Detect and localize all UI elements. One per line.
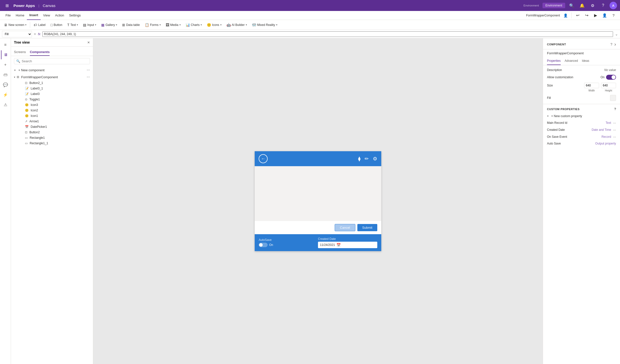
tree-item-datepicker1[interactable]: 📅 DatePicker1 — [11, 124, 93, 130]
media-button[interactable]: 🖼 Media ▾ — [164, 22, 183, 28]
icon3-tree-icon: 🙂 — [25, 103, 29, 107]
share-button[interactable]: 👤 — [601, 12, 608, 19]
data-table-button[interactable]: ⊞ Data table — [120, 22, 142, 28]
search-icon: 🔍 — [16, 59, 20, 63]
sidebar-close-icon[interactable]: ✕ — [87, 41, 90, 44]
avatar[interactable]: A — [610, 2, 617, 9]
environment-selector[interactable]: Environment — [542, 3, 565, 8]
rail-warning-icon[interactable]: ⚠ — [1, 100, 10, 109]
custom-prop-main-record-id: Main Record Id Text ··· — [543, 119, 620, 126]
ai-builder-button[interactable]: 🤖 AI Builder ▾ — [225, 22, 249, 28]
property-selector[interactable]: Fill — [2, 31, 32, 37]
icons-button[interactable]: 🙂 Icons ▾ — [205, 22, 224, 28]
panel-help-icon[interactable]: ? — [611, 42, 613, 46]
height-input[interactable] — [601, 83, 616, 88]
menu-view[interactable]: View — [41, 11, 53, 20]
new-screen-button[interactable]: 🖥 New screen ▾ — [2, 22, 28, 28]
autosave-toggle[interactable] — [259, 243, 268, 247]
settings-icon[interactable]: ⚙ — [589, 1, 597, 9]
tab-screens[interactable]: Screens — [14, 49, 26, 56]
undo-button[interactable]: ↩ — [574, 12, 581, 19]
search-icon[interactable]: 🔍 — [568, 1, 576, 9]
menu-insert[interactable]: Insert — [27, 11, 41, 20]
tree-item-icon2[interactable]: 🙂 Icon2 — [11, 108, 93, 113]
tab-components[interactable]: Components — [30, 49, 50, 56]
menu-home[interactable]: Home — [13, 11, 27, 20]
fill-swatch[interactable] — [610, 95, 616, 101]
formula-expand-icon[interactable]: ⌄ — [615, 32, 618, 36]
component-settings-icon[interactable]: ⚙ — [373, 156, 377, 162]
charts-chevron: ▾ — [201, 23, 202, 26]
tree-item-toggle1[interactable]: ⊙ Toggle1 — [11, 97, 93, 102]
rail-screen-icon[interactable]: 🖥 — [1, 50, 10, 59]
waffle-icon[interactable]: ⊞ — [3, 1, 11, 9]
icons-icon: 🙂 — [207, 23, 211, 27]
main-record-id-more[interactable]: ··· — [613, 121, 616, 125]
rail-data-icon[interactable]: 🗃 — [1, 70, 10, 79]
charts-button[interactable]: 📊 Charts ▾ — [184, 22, 204, 28]
back-button[interactable]: ← — [259, 154, 268, 163]
text-button[interactable]: T Text ▾ — [65, 22, 80, 28]
redo-button[interactable]: ↪ — [583, 12, 590, 19]
date-value: 11/24/2021 — [320, 243, 335, 247]
menu-settings[interactable]: Settings — [67, 11, 83, 20]
tree-more-icon[interactable]: ··· — [87, 75, 90, 79]
tree-item-rectangle1-1[interactable]: ▭ Rectangle1_1 — [11, 141, 93, 146]
rail-menu-icon[interactable]: ≡ — [1, 40, 10, 49]
canvas-area: ← ⧫ ✏ ⚙ Cancel Submit — [93, 38, 543, 364]
tab-advanced[interactable]: Advanced — [565, 57, 578, 65]
formula-input[interactable] — [42, 31, 613, 37]
tab-properties[interactable]: Properties — [547, 57, 561, 65]
formula-bar: Fill = fx ⌄ — [0, 30, 620, 38]
input-button[interactable]: ▤ Input ▾ — [81, 22, 98, 28]
help-menu-icon[interactable]: ? — [610, 12, 617, 19]
filter-icon[interactable]: ⧫ — [358, 156, 361, 162]
rail-power-icon[interactable]: ⚡ — [1, 90, 10, 99]
rail-chat-icon[interactable]: 💬 — [1, 80, 10, 89]
label-button[interactable]: 🏷 Label — [32, 22, 47, 28]
notification-icon[interactable]: 🔔 — [578, 1, 586, 9]
mixed-reality-button[interactable]: 🥽 Mixed Reality ▾ — [250, 22, 279, 28]
width-input[interactable] — [584, 83, 599, 88]
forms-button[interactable]: 📋 Forms ▾ — [143, 22, 163, 28]
tree-item-icon3[interactable]: 🙂 Icon3 — [11, 102, 93, 108]
toggle-on-label: On — [269, 243, 273, 247]
component-library-link[interactable]: FormWrapperComponent — [526, 14, 560, 17]
tree-parent-item[interactable]: ▾ ⊞ FormWrapperComponent ··· — [11, 74, 93, 80]
arrow-tree-icon: ↗ — [25, 120, 27, 123]
search-input[interactable] — [22, 59, 88, 63]
menu-file[interactable]: File — [3, 11, 13, 20]
custom-props-help-icon[interactable]: ? — [614, 107, 616, 111]
custom-props-title: CUSTOM PROPERTIES — [547, 108, 613, 111]
date-input-box[interactable]: 11/24/2021 📅 — [318, 242, 377, 248]
profile-icon[interactable]: 👤 — [562, 12, 569, 19]
tree-item-label3[interactable]: 📝 Label3 — [11, 91, 93, 97]
submit-button[interactable]: Submit — [357, 224, 377, 231]
tree-item-label3-1[interactable]: 📝 Label3_1 — [11, 86, 93, 91]
tree-item-arrow1[interactable]: ↗ Arrow1 — [11, 119, 93, 124]
new-component-button[interactable]: + + New component ··· — [11, 66, 93, 74]
search-box[interactable]: 🔍 — [14, 58, 90, 64]
edit-icon[interactable]: ✏ — [365, 156, 369, 162]
play-button[interactable]: ▶ — [592, 12, 599, 19]
help-icon[interactable]: ? — [599, 1, 607, 9]
button-button[interactable]: □ Button — [49, 22, 64, 28]
new-component-more[interactable]: ··· — [87, 68, 90, 72]
tree-item-button2-1[interactable]: ⊡ Button2_1 — [11, 80, 93, 86]
footer-right: Created Date 11/24/2021 📅 — [318, 237, 377, 248]
allow-customization-toggle[interactable] — [606, 75, 616, 80]
on-save-event-more[interactable]: ··· — [613, 135, 616, 139]
rail-add-icon[interactable]: + — [1, 60, 10, 69]
tree-item-icon1[interactable]: 🙂 Icon1 — [11, 113, 93, 119]
tab-ideas[interactable]: Ideas — [582, 57, 589, 65]
menu-action[interactable]: Action — [53, 11, 67, 20]
tree-item-button2[interactable]: ⊡ Button2 — [11, 130, 93, 135]
component-footer: AutoSave On Created Date 11/24/2021 📅 — [255, 234, 381, 251]
cancel-button[interactable]: Cancel — [335, 224, 355, 231]
created-date-more[interactable]: ··· — [613, 128, 616, 132]
on-save-event-type: Record — [602, 135, 611, 139]
new-custom-property-button[interactable]: + + New custom property — [543, 113, 620, 119]
panel-expand-icon[interactable]: › — [614, 41, 616, 47]
gallery-button[interactable]: ▦ Gallery ▾ — [99, 22, 119, 28]
tree-item-rectangle1[interactable]: ▭ Rectangle1 — [11, 135, 93, 141]
